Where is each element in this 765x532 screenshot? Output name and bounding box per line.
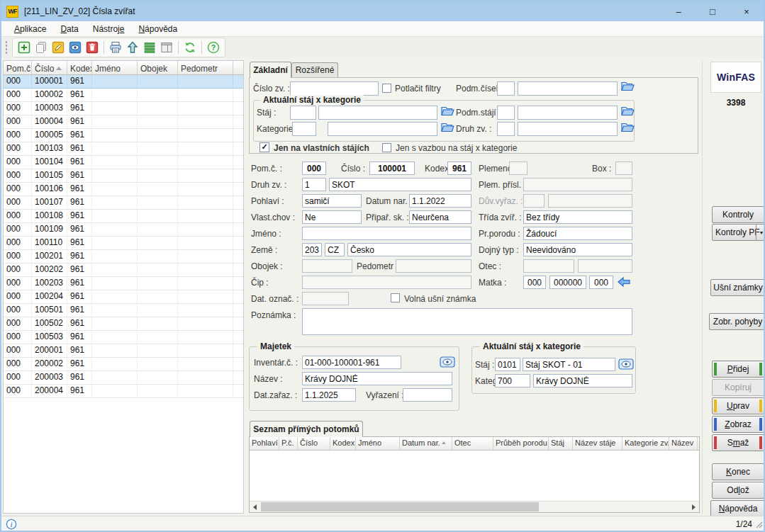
menu-napoveda[interactable]: Nápověda	[131, 21, 184, 37]
kopiruj-button[interactable]: Kopíruj	[712, 379, 764, 396]
table-row[interactable]: 000100105961	[4, 169, 243, 183]
table-row[interactable]: 000100502961	[4, 317, 243, 331]
horizontal-scrollbar[interactable]	[250, 501, 699, 512]
konec-button[interactable]: Konec	[712, 463, 764, 480]
copy-icon[interactable]	[33, 40, 49, 55]
folder-open-icon[interactable]	[440, 106, 454, 120]
table-row[interactable]: 000100108961	[4, 210, 243, 223]
tab-rozsirene[interactable]: Rozšířené	[291, 62, 338, 77]
view-icon[interactable]	[67, 40, 83, 55]
descendants-column-header[interactable]: P.č.	[279, 437, 298, 450]
table-row[interactable]: 000100104961	[4, 156, 243, 169]
jen-vazba-checkbox[interactable]	[382, 143, 391, 152]
otec-field-1[interactable]	[523, 259, 574, 273]
table-row[interactable]: 000100103961	[4, 142, 243, 156]
eye-icon[interactable]	[618, 358, 634, 373]
edit-icon[interactable]	[50, 40, 66, 55]
table-row[interactable]: 000200004961	[4, 385, 243, 398]
table-row[interactable]: 000100501961	[4, 304, 243, 317]
podm-cisel-input[interactable]	[518, 81, 618, 96]
table-row[interactable]: 000100001961	[4, 75, 243, 89]
zobraz-button[interactable]: Zobraz	[712, 416, 764, 433]
descendants-column-header[interactable]: Název	[669, 437, 698, 450]
zeme-code-field[interactable]	[302, 243, 322, 256]
descendants-column-header[interactable]: Kodex	[330, 437, 356, 450]
kategorie-code-input[interactable]	[292, 122, 316, 136]
pedometr-field[interactable]	[396, 259, 471, 273]
columns-icon[interactable]	[159, 40, 174, 55]
table-row[interactable]: 000100107961	[4, 196, 243, 210]
table-row[interactable]: 000100201961	[4, 250, 243, 264]
scrollbar-thumb[interactable]	[261, 502, 539, 511]
column-header[interactable]: Pedometr	[178, 61, 233, 74]
dat-oznac-field[interactable]	[302, 292, 349, 305]
column-header[interactable]: Obojek	[138, 61, 178, 74]
maximize-button[interactable]: □	[696, 1, 730, 21]
zeme-name-field[interactable]	[347, 243, 471, 256]
table-row[interactable]: 000100106961	[4, 183, 243, 196]
menu-aplikace[interactable]: Aplikace	[7, 21, 53, 37]
table-row[interactable]: 000200001961	[4, 344, 243, 358]
podm-cisel-code-input[interactable]	[497, 81, 515, 96]
potlacit-filtry-checkbox[interactable]	[382, 84, 391, 93]
cislo-zv-input[interactable]	[290, 81, 379, 96]
descendants-column-header[interactable]: Kategorie zv.	[622, 437, 669, 450]
add-icon[interactable]	[16, 40, 32, 55]
datum-nar-field[interactable]	[409, 194, 471, 208]
refresh-icon[interactable]	[182, 40, 198, 55]
table-row[interactable]: 000200002961	[4, 358, 243, 371]
table-row[interactable]: 000200003961	[4, 371, 243, 385]
kodex-field[interactable]	[447, 162, 471, 175]
duv-vyraz-name-field[interactable]	[548, 194, 632, 208]
table-row[interactable]: 000100110961	[4, 237, 243, 250]
pridej-button[interactable]: Přidej	[712, 361, 764, 378]
export-icon[interactable]	[125, 40, 140, 55]
scroll-left-icon[interactable]	[250, 502, 260, 512]
folder-open-icon[interactable]	[620, 122, 635, 136]
matka-field-1[interactable]	[523, 276, 546, 289]
column-header[interactable]: Pom.č.	[4, 61, 32, 74]
kontroly-pf-button[interactable]: Kontroly PF▼	[712, 224, 765, 241]
arrow-left-icon[interactable]	[617, 276, 631, 290]
akt-kateg-code-field[interactable]	[495, 374, 530, 387]
pohlavi-field[interactable]	[302, 194, 362, 208]
folder-open-icon[interactable]	[620, 106, 635, 120]
table-row[interactable]: 000100204961	[4, 290, 243, 304]
staj-code-input[interactable]	[290, 106, 316, 120]
jen-vlastni-checkbox[interactable]	[259, 142, 269, 152]
descendants-column-header[interactable]: Číslo	[298, 437, 330, 450]
close-button[interactable]: ×	[730, 1, 764, 21]
druh-zv-code-field[interactable]	[302, 178, 326, 191]
descendants-column-header[interactable]: Průběh porodu	[493, 437, 549, 450]
plem-prisl-field[interactable]	[523, 178, 632, 191]
poznamka-field[interactable]	[302, 308, 632, 335]
dat-zaraz-field[interactable]	[302, 388, 356, 402]
trida-zvir-field[interactable]	[523, 210, 632, 224]
descendants-column-header[interactable]: Otec	[452, 437, 493, 450]
minimize-button[interactable]: –	[661, 1, 696, 21]
staj-input[interactable]	[318, 106, 437, 120]
descendants-column-header[interactable]: Pohlaví	[250, 437, 279, 450]
vlast-chov-field[interactable]	[302, 210, 362, 224]
table-row[interactable]: 000100203961	[4, 277, 243, 290]
pom-c-field[interactable]	[302, 162, 326, 175]
table-row[interactable]: 000100202961	[4, 264, 243, 277]
nazev-field[interactable]	[302, 372, 452, 385]
table-row[interactable]: 000100003961	[4, 102, 243, 115]
smaz-button[interactable]: Smaž	[712, 434, 764, 451]
menu-data[interactable]: Data	[53, 21, 85, 37]
help-icon[interactable]: ?	[206, 40, 221, 55]
table-row[interactable]: 000100109961	[4, 223, 243, 237]
akt-staj-code-field[interactable]	[495, 358, 520, 371]
dojny-typ-field[interactable]	[523, 243, 632, 256]
vyrazeni-field[interactable]	[403, 388, 452, 402]
print-icon[interactable]	[108, 40, 123, 55]
tab-zakladni[interactable]: Základní	[250, 62, 291, 78]
akt-kateg-name-field[interactable]	[533, 374, 632, 387]
zobr-pohyby-button[interactable]: Zobr. pohyby	[709, 313, 765, 330]
duv-vyraz-code-field[interactable]	[523, 194, 545, 208]
dropdown-arrow-icon[interactable]: ▼	[756, 225, 765, 240]
jmeno-field[interactable]	[302, 227, 471, 240]
inventar-field[interactable]	[302, 356, 401, 369]
menu-nastroje[interactable]: Nástroje	[86, 21, 132, 37]
